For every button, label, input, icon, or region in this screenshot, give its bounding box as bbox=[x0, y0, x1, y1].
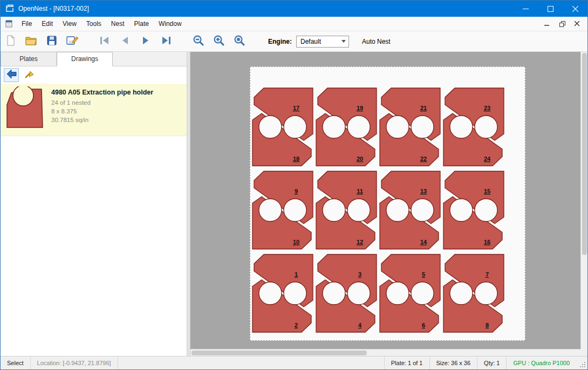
nav-first-icon bbox=[98, 35, 111, 49]
status-gpu: GPU : Quadro P1000 bbox=[507, 360, 576, 366]
menu-plate[interactable]: Plate bbox=[129, 17, 154, 31]
menu-window[interactable]: Window bbox=[154, 17, 187, 31]
status-qty: Qty: 1 bbox=[477, 360, 506, 366]
nest-svg: 171819202122232491011121314151612345678 bbox=[250, 67, 526, 341]
part-hole bbox=[284, 116, 306, 138]
open-button[interactable] bbox=[23, 33, 40, 50]
mdi-minimize-button[interactable] bbox=[540, 18, 554, 30]
save-as-button[interactable] bbox=[64, 33, 81, 50]
minimize-button[interactable] bbox=[513, 1, 538, 17]
clear-drawings-button[interactable] bbox=[22, 68, 37, 82]
part-number: 14 bbox=[420, 239, 427, 245]
menu-tools[interactable]: Tools bbox=[81, 17, 106, 31]
part-number: 8 bbox=[486, 322, 489, 328]
nest-pair: 12 bbox=[252, 254, 313, 332]
status-mode: Select bbox=[1, 360, 30, 366]
zoom-fit-button[interactable] bbox=[231, 33, 248, 50]
status-size: Size: 36 x 36 bbox=[430, 360, 477, 366]
drawings-toolbar bbox=[1, 66, 187, 84]
nav-prev-button[interactable] bbox=[117, 33, 134, 50]
nest-pair: 1516 bbox=[443, 171, 504, 249]
nest-pair: 2122 bbox=[380, 88, 440, 166]
part-hole bbox=[347, 282, 370, 305]
status-bar: Select Location: [-0.9437, 21.8796] Plat… bbox=[1, 356, 587, 369]
save-edit-icon bbox=[66, 35, 79, 49]
nest-pair: 78 bbox=[443, 254, 504, 332]
zoom-in-button[interactable] bbox=[210, 33, 228, 50]
app-window: OpenNest - [N0317-002] File Edit View To… bbox=[0, 0, 588, 370]
nav-last-button[interactable] bbox=[158, 33, 175, 50]
vertical-scrollbar[interactable] bbox=[580, 52, 587, 349]
title-bar: OpenNest - [N0317-002] bbox=[1, 1, 587, 17]
part-hole bbox=[323, 282, 345, 305]
drawing-title: 4980 A05 Extraction pipe holder bbox=[51, 89, 153, 96]
part-hole bbox=[347, 116, 370, 138]
part-number: 4 bbox=[358, 322, 362, 328]
open-folder-icon bbox=[25, 35, 38, 49]
tab-plates[interactable]: Plates bbox=[1, 52, 57, 66]
part-number: 10 bbox=[293, 239, 299, 245]
part-hole bbox=[284, 199, 306, 221]
document-icon[interactable] bbox=[5, 19, 13, 28]
main-area: Plates Drawings bbox=[1, 52, 587, 356]
zoom-out-icon bbox=[192, 34, 205, 49]
part-hole bbox=[323, 116, 345, 138]
new-file-button[interactable] bbox=[2, 33, 19, 50]
part-hole bbox=[284, 282, 306, 305]
drawing-list-item[interactable]: 4980 A05 Extraction pipe holder 24 of 1 … bbox=[1, 84, 187, 136]
nest-pair: 1112 bbox=[316, 171, 377, 249]
horizontal-scrollbar[interactable] bbox=[190, 349, 580, 356]
nav-first-button[interactable] bbox=[96, 33, 113, 50]
part-number: 17 bbox=[293, 105, 299, 111]
zoom-fit-icon bbox=[233, 34, 246, 49]
menu-file[interactable]: File bbox=[17, 17, 37, 31]
engine-select[interactable]: Default bbox=[296, 36, 349, 48]
part-number: 20 bbox=[357, 156, 363, 162]
nest-pair: 910 bbox=[252, 171, 313, 249]
menu-edit[interactable]: Edit bbox=[37, 17, 58, 31]
mdi-restore-button[interactable] bbox=[555, 18, 569, 30]
close-button[interactable] bbox=[563, 1, 587, 17]
engine-label: Engine: bbox=[268, 38, 292, 45]
part-hole bbox=[450, 116, 473, 138]
part-number: 16 bbox=[484, 239, 490, 245]
save-icon bbox=[46, 35, 58, 49]
resize-grip[interactable] bbox=[579, 361, 586, 368]
part-number: 18 bbox=[293, 156, 299, 162]
part-number: 9 bbox=[295, 188, 298, 194]
part-number: 11 bbox=[357, 188, 363, 194]
nest-canvas[interactable]: 171819202122232491011121314151612345678 bbox=[190, 52, 587, 356]
status-divider bbox=[118, 356, 118, 369]
part-hole bbox=[475, 116, 497, 138]
menu-view[interactable]: View bbox=[58, 17, 81, 31]
tab-drawings[interactable]: Drawings bbox=[57, 52, 113, 66]
plate[interactable]: 171819202122232491011121314151612345678 bbox=[250, 66, 525, 341]
nest-pair: 1920 bbox=[316, 88, 377, 166]
maximize-button[interactable] bbox=[538, 1, 563, 17]
part-number: 24 bbox=[484, 156, 491, 162]
part-number: 5 bbox=[422, 271, 425, 278]
auto-nest-button[interactable]: Auto Nest bbox=[362, 38, 391, 45]
part-number: 12 bbox=[357, 239, 363, 245]
zoom-out-button[interactable] bbox=[190, 33, 207, 50]
nav-next-button[interactable] bbox=[137, 33, 154, 50]
vertical-scrollbar-thumb[interactable] bbox=[582, 53, 587, 255]
part-hole bbox=[259, 282, 282, 305]
nest-pair: 1314 bbox=[380, 171, 440, 249]
mdi-close-button[interactable] bbox=[570, 18, 584, 30]
app-icon[interactable] bbox=[5, 4, 14, 13]
menu-nest[interactable]: Nest bbox=[106, 17, 129, 31]
part-hole bbox=[450, 199, 473, 221]
part-hole bbox=[450, 282, 473, 305]
reload-drawing-button[interactable] bbox=[4, 68, 19, 82]
window-title: OpenNest - [N0317-002] bbox=[18, 5, 89, 12]
part-number: 23 bbox=[484, 105, 490, 111]
horizontal-scrollbar-thumb[interactable] bbox=[192, 351, 367, 355]
save-button[interactable] bbox=[43, 33, 60, 50]
nav-next-icon bbox=[139, 35, 152, 49]
blue-arrow-icon bbox=[5, 69, 17, 82]
part-number: 1 bbox=[295, 271, 298, 278]
nest-pair: 34 bbox=[316, 254, 377, 332]
part-number: 19 bbox=[357, 105, 363, 111]
part-hole bbox=[411, 282, 434, 305]
